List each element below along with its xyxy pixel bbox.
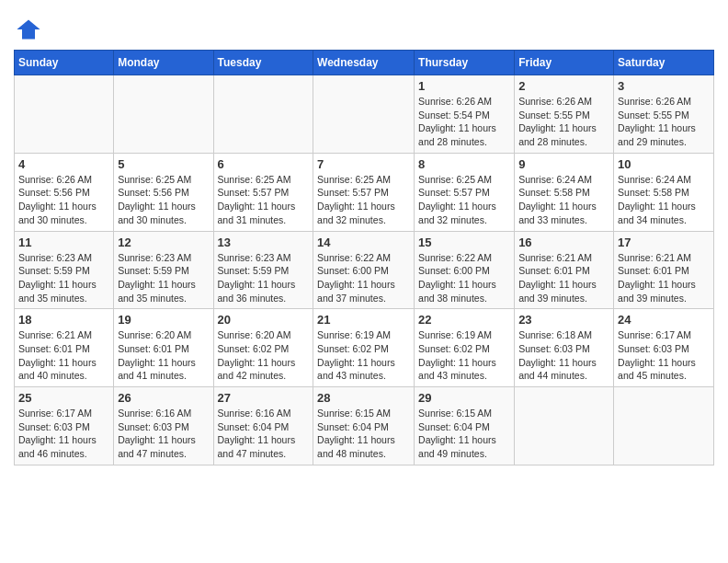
calendar-cell: 26Sunrise: 6:16 AM Sunset: 6:03 PM Dayli…: [114, 387, 213, 465]
day-number: 1: [418, 79, 510, 93]
calendar-cell: 21Sunrise: 6:19 AM Sunset: 6:02 PM Dayli…: [313, 309, 415, 387]
calendar-day-header: Monday: [114, 51, 213, 75]
calendar-cell: 5Sunrise: 6:25 AM Sunset: 5:56 PM Daylig…: [114, 153, 213, 231]
calendar-cell: 1Sunrise: 6:26 AM Sunset: 5:54 PM Daylig…: [415, 75, 515, 154]
day-number: 18: [18, 313, 109, 327]
day-number: 5: [118, 157, 209, 171]
day-info: Sunrise: 6:24 AM Sunset: 5:58 PM Dayligh…: [618, 173, 710, 227]
calendar-cell: [15, 75, 114, 154]
day-number: 11: [18, 236, 109, 249]
day-number: 7: [317, 157, 410, 171]
day-info: Sunrise: 6:20 AM Sunset: 6:01 PM Dayligh…: [118, 328, 209, 383]
day-number: 14: [317, 236, 410, 249]
calendar-day-header: Saturday: [614, 51, 714, 75]
day-number: 29: [418, 391, 510, 405]
day-info: Sunrise: 6:21 AM Sunset: 6:01 PM Dayligh…: [18, 328, 109, 383]
day-number: 3: [618, 79, 710, 93]
day-info: Sunrise: 6:18 AM Sunset: 6:03 PM Dayligh…: [518, 328, 609, 383]
calendar-cell: [213, 75, 313, 154]
calendar-cell: [313, 75, 415, 154]
day-info: Sunrise: 6:20 AM Sunset: 6:02 PM Dayligh…: [218, 328, 310, 383]
calendar-cell: [515, 387, 614, 465]
calendar-cell: 3Sunrise: 6:26 AM Sunset: 5:55 PM Daylig…: [614, 75, 714, 154]
calendar-cell: 14Sunrise: 6:22 AM Sunset: 6:00 PM Dayli…: [313, 231, 415, 309]
calendar-cell: 13Sunrise: 6:23 AM Sunset: 5:59 PM Dayli…: [213, 231, 313, 309]
day-number: 19: [118, 313, 209, 327]
day-info: Sunrise: 6:26 AM Sunset: 5:56 PM Dayligh…: [18, 173, 109, 227]
day-number: 28: [317, 391, 410, 405]
day-info: Sunrise: 6:26 AM Sunset: 5:55 PM Dayligh…: [618, 95, 710, 149]
calendar-week-row: 4Sunrise: 6:26 AM Sunset: 5:56 PM Daylig…: [15, 153, 714, 231]
day-number: 4: [18, 157, 109, 171]
calendar-body: 1Sunrise: 6:26 AM Sunset: 5:54 PM Daylig…: [15, 75, 714, 465]
calendar-cell: 20Sunrise: 6:20 AM Sunset: 6:02 PM Dayli…: [213, 309, 313, 387]
calendar-day-header: Sunday: [15, 51, 114, 75]
day-number: 9: [518, 157, 609, 171]
day-info: Sunrise: 6:15 AM Sunset: 6:04 PM Dayligh…: [418, 407, 510, 461]
calendar-cell: 15Sunrise: 6:22 AM Sunset: 6:00 PM Dayli…: [415, 231, 515, 309]
day-number: 25: [18, 391, 109, 405]
calendar-week-row: 18Sunrise: 6:21 AM Sunset: 6:01 PM Dayli…: [15, 309, 714, 387]
day-info: Sunrise: 6:25 AM Sunset: 5:56 PM Dayligh…: [118, 173, 209, 227]
calendar-cell: [114, 75, 213, 154]
day-number: 8: [418, 157, 510, 171]
calendar-day-header: Wednesday: [313, 51, 415, 75]
day-number: 20: [218, 313, 310, 327]
logo-icon: [16, 17, 41, 42]
calendar-day-header: Thursday: [415, 51, 515, 75]
calendar-header-row: SundayMondayTuesdayWednesdayThursdayFrid…: [15, 51, 714, 75]
calendar-cell: [614, 387, 714, 465]
calendar-header: SundayMondayTuesdayWednesdayThursdayFrid…: [15, 51, 714, 75]
day-info: Sunrise: 6:17 AM Sunset: 6:03 PM Dayligh…: [618, 328, 710, 383]
day-info: Sunrise: 6:22 AM Sunset: 6:00 PM Dayligh…: [418, 251, 510, 305]
day-number: 12: [118, 236, 209, 249]
day-info: Sunrise: 6:26 AM Sunset: 5:54 PM Dayligh…: [418, 95, 510, 149]
day-info: Sunrise: 6:19 AM Sunset: 6:02 PM Dayligh…: [418, 328, 510, 383]
day-info: Sunrise: 6:24 AM Sunset: 5:58 PM Dayligh…: [518, 173, 609, 227]
day-number: 26: [118, 391, 209, 405]
day-number: 15: [418, 236, 510, 249]
day-number: 10: [618, 157, 710, 171]
header: [14, 9, 714, 42]
calendar-cell: 9Sunrise: 6:24 AM Sunset: 5:58 PM Daylig…: [515, 153, 614, 231]
day-number: 22: [418, 313, 510, 327]
day-info: Sunrise: 6:23 AM Sunset: 5:59 PM Dayligh…: [218, 251, 310, 305]
svg-marker-0: [17, 20, 40, 40]
calendar-cell: 12Sunrise: 6:23 AM Sunset: 5:59 PM Dayli…: [114, 231, 213, 309]
day-number: 23: [518, 313, 609, 327]
day-info: Sunrise: 6:15 AM Sunset: 6:04 PM Dayligh…: [317, 407, 410, 461]
calendar-cell: 10Sunrise: 6:24 AM Sunset: 5:58 PM Dayli…: [614, 153, 714, 231]
day-number: 24: [618, 313, 710, 327]
logo: [14, 17, 41, 42]
day-info: Sunrise: 6:21 AM Sunset: 6:01 PM Dayligh…: [618, 251, 710, 305]
day-info: Sunrise: 6:19 AM Sunset: 6:02 PM Dayligh…: [317, 328, 410, 383]
day-info: Sunrise: 6:23 AM Sunset: 5:59 PM Dayligh…: [118, 251, 209, 305]
day-number: 13: [218, 236, 310, 249]
day-number: 6: [218, 157, 310, 171]
day-info: Sunrise: 6:21 AM Sunset: 6:01 PM Dayligh…: [518, 251, 609, 305]
day-number: 17: [618, 236, 710, 249]
day-info: Sunrise: 6:25 AM Sunset: 5:57 PM Dayligh…: [317, 173, 410, 227]
calendar-day-header: Tuesday: [213, 51, 313, 75]
calendar-cell: 7Sunrise: 6:25 AM Sunset: 5:57 PM Daylig…: [313, 153, 415, 231]
calendar-cell: 6Sunrise: 6:25 AM Sunset: 5:57 PM Daylig…: [213, 153, 313, 231]
calendar-cell: 16Sunrise: 6:21 AM Sunset: 6:01 PM Dayli…: [515, 231, 614, 309]
calendar-cell: 17Sunrise: 6:21 AM Sunset: 6:01 PM Dayli…: [614, 231, 714, 309]
calendar-week-row: 11Sunrise: 6:23 AM Sunset: 5:59 PM Dayli…: [15, 231, 714, 309]
calendar-cell: 11Sunrise: 6:23 AM Sunset: 5:59 PM Dayli…: [15, 231, 114, 309]
calendar-day-header: Friday: [515, 51, 614, 75]
calendar-cell: 25Sunrise: 6:17 AM Sunset: 6:03 PM Dayli…: [15, 387, 114, 465]
calendar-cell: 28Sunrise: 6:15 AM Sunset: 6:04 PM Dayli…: [313, 387, 415, 465]
calendar-cell: 4Sunrise: 6:26 AM Sunset: 5:56 PM Daylig…: [15, 153, 114, 231]
day-number: 2: [518, 79, 609, 93]
calendar-cell: 29Sunrise: 6:15 AM Sunset: 6:04 PM Dayli…: [415, 387, 515, 465]
day-number: 21: [317, 313, 410, 327]
day-info: Sunrise: 6:23 AM Sunset: 5:59 PM Dayligh…: [18, 251, 109, 305]
day-info: Sunrise: 6:16 AM Sunset: 6:04 PM Dayligh…: [218, 407, 310, 461]
day-info: Sunrise: 6:26 AM Sunset: 5:55 PM Dayligh…: [518, 95, 609, 149]
day-info: Sunrise: 6:22 AM Sunset: 6:00 PM Dayligh…: [317, 251, 410, 305]
day-number: 16: [518, 236, 609, 249]
calendar-cell: 24Sunrise: 6:17 AM Sunset: 6:03 PM Dayli…: [614, 309, 714, 387]
calendar-cell: 23Sunrise: 6:18 AM Sunset: 6:03 PM Dayli…: [515, 309, 614, 387]
calendar-week-row: 1Sunrise: 6:26 AM Sunset: 5:54 PM Daylig…: [15, 75, 714, 154]
